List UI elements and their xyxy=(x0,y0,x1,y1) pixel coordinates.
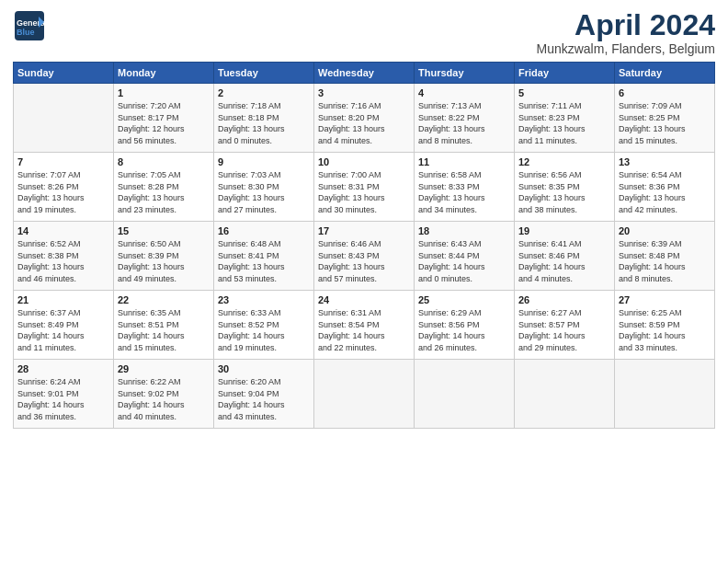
day-info: Sunrise: 6:46 AM Sunset: 8:43 PM Dayligh… xyxy=(318,238,410,284)
table-row: 24Sunrise: 6:31 AM Sunset: 8:54 PM Dayli… xyxy=(314,291,415,360)
table-row: 9Sunrise: 7:03 AM Sunset: 8:30 PM Daylig… xyxy=(214,153,314,222)
day-number: 16 xyxy=(218,225,310,236)
day-number: 17 xyxy=(318,225,410,236)
calendar-week-row: 14Sunrise: 6:52 AM Sunset: 8:38 PM Dayli… xyxy=(14,222,715,291)
month-title: April 2024 xyxy=(536,9,715,41)
weekday-header-row: Sunday Monday Tuesday Wednesday Thursday… xyxy=(14,63,715,84)
table-row: 7Sunrise: 7:07 AM Sunset: 8:26 PM Daylig… xyxy=(14,153,114,222)
location: Munkzwalm, Flanders, Belgium xyxy=(536,41,715,56)
day-number: 8 xyxy=(118,156,210,167)
day-info: Sunrise: 6:41 AM Sunset: 8:46 PM Dayligh… xyxy=(518,238,610,284)
day-number: 5 xyxy=(518,87,610,98)
title-block: April 2024 Munkzwalm, Flanders, Belgium xyxy=(536,9,715,56)
table-row: 25Sunrise: 6:29 AM Sunset: 8:56 PM Dayli… xyxy=(415,291,515,360)
day-info: Sunrise: 6:29 AM Sunset: 8:56 PM Dayligh… xyxy=(418,307,510,353)
table-row xyxy=(14,84,114,153)
day-info: Sunrise: 7:20 AM Sunset: 8:17 PM Dayligh… xyxy=(118,100,210,146)
table-row: 17Sunrise: 6:46 AM Sunset: 8:43 PM Dayli… xyxy=(314,222,415,291)
day-info: Sunrise: 7:09 AM Sunset: 8:25 PM Dayligh… xyxy=(619,100,711,146)
day-number: 26 xyxy=(518,294,610,305)
table-row: 2Sunrise: 7:18 AM Sunset: 8:18 PM Daylig… xyxy=(214,84,314,153)
day-number: 9 xyxy=(218,156,310,167)
table-row: 30Sunrise: 6:20 AM Sunset: 9:04 PM Dayli… xyxy=(214,360,314,429)
day-number: 14 xyxy=(17,225,109,236)
table-row: 6Sunrise: 7:09 AM Sunset: 8:25 PM Daylig… xyxy=(615,84,715,153)
day-number: 23 xyxy=(218,294,310,305)
calendar-week-row: 21Sunrise: 6:37 AM Sunset: 8:49 PM Dayli… xyxy=(14,291,715,360)
header-monday: Monday xyxy=(114,63,214,84)
day-info: Sunrise: 6:27 AM Sunset: 8:57 PM Dayligh… xyxy=(518,307,610,353)
calendar-week-row: 1Sunrise: 7:20 AM Sunset: 8:17 PM Daylig… xyxy=(14,84,715,153)
day-number: 10 xyxy=(318,156,410,167)
table-row: 1Sunrise: 7:20 AM Sunset: 8:17 PM Daylig… xyxy=(114,84,214,153)
header-wednesday: Wednesday xyxy=(314,63,415,84)
day-number: 24 xyxy=(318,294,410,305)
day-info: Sunrise: 7:18 AM Sunset: 8:18 PM Dayligh… xyxy=(218,100,310,146)
day-info: Sunrise: 6:24 AM Sunset: 9:01 PM Dayligh… xyxy=(17,376,109,422)
table-row: 27Sunrise: 6:25 AM Sunset: 8:59 PM Dayli… xyxy=(615,291,715,360)
header-friday: Friday xyxy=(515,63,615,84)
day-info: Sunrise: 6:25 AM Sunset: 8:59 PM Dayligh… xyxy=(619,307,711,353)
day-info: Sunrise: 6:43 AM Sunset: 8:44 PM Dayligh… xyxy=(418,238,510,284)
day-info: Sunrise: 7:07 AM Sunset: 8:26 PM Dayligh… xyxy=(17,169,109,215)
day-number: 11 xyxy=(418,156,510,167)
day-info: Sunrise: 7:13 AM Sunset: 8:22 PM Dayligh… xyxy=(418,100,510,146)
table-row: 22Sunrise: 6:35 AM Sunset: 8:51 PM Dayli… xyxy=(114,291,214,360)
header-tuesday: Tuesday xyxy=(214,63,314,84)
day-info: Sunrise: 7:11 AM Sunset: 8:23 PM Dayligh… xyxy=(518,100,610,146)
table-row: 18Sunrise: 6:43 AM Sunset: 8:44 PM Dayli… xyxy=(415,222,515,291)
day-info: Sunrise: 6:35 AM Sunset: 8:51 PM Dayligh… xyxy=(118,307,210,353)
table-row: 28Sunrise: 6:24 AM Sunset: 9:01 PM Dayli… xyxy=(14,360,114,429)
table-row: 19Sunrise: 6:41 AM Sunset: 8:46 PM Dayli… xyxy=(515,222,615,291)
day-number: 19 xyxy=(518,225,610,236)
table-row: 23Sunrise: 6:33 AM Sunset: 8:52 PM Dayli… xyxy=(214,291,314,360)
table-row: 8Sunrise: 7:05 AM Sunset: 8:28 PM Daylig… xyxy=(114,153,214,222)
calendar-body: 1Sunrise: 7:20 AM Sunset: 8:17 PM Daylig… xyxy=(14,84,715,429)
day-info: Sunrise: 7:05 AM Sunset: 8:28 PM Dayligh… xyxy=(118,169,210,215)
day-number: 6 xyxy=(619,87,711,98)
day-number: 13 xyxy=(619,156,711,167)
day-number: 28 xyxy=(17,363,109,374)
calendar-table: Sunday Monday Tuesday Wednesday Thursday… xyxy=(13,62,715,429)
page-header: General Blue April 2024 Munkzwalm, Fland… xyxy=(13,9,715,56)
day-number: 27 xyxy=(619,294,711,305)
table-row: 13Sunrise: 6:54 AM Sunset: 8:36 PM Dayli… xyxy=(615,153,715,222)
day-info: Sunrise: 6:52 AM Sunset: 8:38 PM Dayligh… xyxy=(17,238,109,284)
table-row xyxy=(615,360,715,429)
day-number: 7 xyxy=(17,156,109,167)
svg-text:Blue: Blue xyxy=(17,28,35,37)
table-row: 21Sunrise: 6:37 AM Sunset: 8:49 PM Dayli… xyxy=(14,291,114,360)
table-row: 16Sunrise: 6:48 AM Sunset: 8:41 PM Dayli… xyxy=(214,222,314,291)
day-number: 12 xyxy=(518,156,610,167)
table-row: 15Sunrise: 6:50 AM Sunset: 8:39 PM Dayli… xyxy=(114,222,214,291)
day-info: Sunrise: 6:54 AM Sunset: 8:36 PM Dayligh… xyxy=(619,169,711,215)
table-row: 5Sunrise: 7:11 AM Sunset: 8:23 PM Daylig… xyxy=(515,84,615,153)
day-number: 3 xyxy=(318,87,410,98)
table-row: 11Sunrise: 6:58 AM Sunset: 8:33 PM Dayli… xyxy=(415,153,515,222)
day-info: Sunrise: 6:50 AM Sunset: 8:39 PM Dayligh… xyxy=(118,238,210,284)
table-row: 26Sunrise: 6:27 AM Sunset: 8:57 PM Dayli… xyxy=(515,291,615,360)
table-row: 4Sunrise: 7:13 AM Sunset: 8:22 PM Daylig… xyxy=(415,84,515,153)
day-number: 2 xyxy=(218,87,310,98)
header-saturday: Saturday xyxy=(615,63,715,84)
day-number: 25 xyxy=(418,294,510,305)
day-info: Sunrise: 6:39 AM Sunset: 8:48 PM Dayligh… xyxy=(619,238,711,284)
table-row: 20Sunrise: 6:39 AM Sunset: 8:48 PM Dayli… xyxy=(615,222,715,291)
calendar-week-row: 28Sunrise: 6:24 AM Sunset: 9:01 PM Dayli… xyxy=(14,360,715,429)
day-number: 4 xyxy=(418,87,510,98)
day-number: 18 xyxy=(418,225,510,236)
day-number: 29 xyxy=(118,363,210,374)
page-container: General Blue April 2024 Munkzwalm, Fland… xyxy=(0,0,728,563)
day-number: 21 xyxy=(17,294,109,305)
day-number: 1 xyxy=(118,87,210,98)
day-number: 20 xyxy=(619,225,711,236)
table-row xyxy=(314,360,415,429)
table-row: 3Sunrise: 7:16 AM Sunset: 8:20 PM Daylig… xyxy=(314,84,415,153)
table-row xyxy=(415,360,515,429)
day-number: 22 xyxy=(118,294,210,305)
day-info: Sunrise: 6:20 AM Sunset: 9:04 PM Dayligh… xyxy=(218,376,310,422)
table-row: 14Sunrise: 6:52 AM Sunset: 8:38 PM Dayli… xyxy=(14,222,114,291)
day-info: Sunrise: 7:00 AM Sunset: 8:31 PM Dayligh… xyxy=(318,169,410,215)
day-info: Sunrise: 6:22 AM Sunset: 9:02 PM Dayligh… xyxy=(118,376,210,422)
day-number: 15 xyxy=(118,225,210,236)
